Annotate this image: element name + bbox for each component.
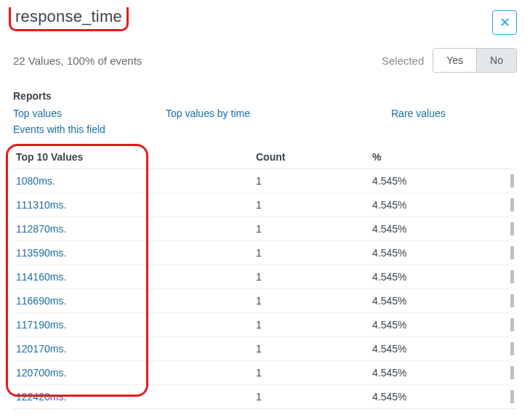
count-cell: 1 xyxy=(253,361,369,385)
bar-fill xyxy=(510,342,514,355)
table-row: 120700ms.14.545% xyxy=(13,361,517,385)
count-cell: 1 xyxy=(253,337,369,361)
close-button[interactable]: ✕ xyxy=(492,10,517,35)
selected-toggle: Yes No xyxy=(433,48,517,73)
count-cell: 1 xyxy=(253,217,369,241)
percent-cell: 4.545% xyxy=(369,241,457,265)
bar-cell xyxy=(457,217,517,241)
bar-fill xyxy=(510,246,514,259)
reports-heading: Reports xyxy=(13,90,517,102)
value-link[interactable]: 111310ms. xyxy=(16,199,66,211)
toggle-yes[interactable]: Yes xyxy=(433,49,476,72)
count-cell: 1 xyxy=(253,289,369,313)
count-cell: 1 xyxy=(253,241,369,265)
value-link[interactable]: 120700ms. xyxy=(16,367,66,379)
count-cell: 1 xyxy=(253,313,369,337)
value-link[interactable]: 122420ms. xyxy=(16,391,66,403)
title-highlight: response_time xyxy=(9,7,129,31)
bar-cell xyxy=(457,169,517,193)
table-row: 1080ms.14.545% xyxy=(13,169,517,193)
values-summary: 22 Values, 100% of events xyxy=(13,54,142,67)
count-cell: 1 xyxy=(253,193,369,217)
table-row: 122420ms.14.545% xyxy=(13,385,517,409)
toggle-no[interactable]: No xyxy=(476,49,516,72)
report-events-with-field[interactable]: Events with this field xyxy=(13,124,105,135)
bar-cell xyxy=(457,337,517,361)
selected-label: Selected xyxy=(382,54,424,67)
bar-fill xyxy=(510,222,514,235)
value-link[interactable]: 120170ms. xyxy=(16,343,66,355)
table-row: 117190ms.14.545% xyxy=(13,313,517,337)
percent-cell: 4.545% xyxy=(369,361,457,385)
table-row: 113590ms.14.545% xyxy=(13,241,517,265)
table-row: 112870ms.14.545% xyxy=(13,217,517,241)
report-top-values-by-time[interactable]: Top values by time xyxy=(166,108,250,119)
bar-cell xyxy=(457,265,517,289)
bar-cell xyxy=(457,289,517,313)
count-cell: 1 xyxy=(253,385,369,409)
percent-cell: 4.545% xyxy=(369,193,457,217)
table-row: 120170ms.14.545% xyxy=(13,337,517,361)
value-link[interactable]: 116690ms. xyxy=(16,295,66,307)
count-cell: 1 xyxy=(253,169,369,193)
bar-cell xyxy=(457,241,517,265)
bar-fill xyxy=(510,294,514,307)
table-row: 114160ms.14.545% xyxy=(13,265,517,289)
value-link[interactable]: 1080ms. xyxy=(16,175,55,187)
report-top-values[interactable]: Top values xyxy=(13,108,62,119)
bar-cell xyxy=(457,193,517,217)
report-rare-values[interactable]: Rare values xyxy=(391,108,446,119)
field-title: response_time xyxy=(15,7,122,25)
percent-cell: 4.545% xyxy=(369,217,457,241)
value-link[interactable]: 112870ms. xyxy=(16,223,66,235)
percent-cell: 4.545% xyxy=(369,289,457,313)
bar-cell xyxy=(457,361,517,385)
col-header-values: Top 10 Values xyxy=(13,147,253,169)
count-cell: 1 xyxy=(253,265,369,289)
table-row: 111310ms.14.545% xyxy=(13,193,517,217)
value-link[interactable]: 113590ms. xyxy=(16,247,66,259)
percent-cell: 4.545% xyxy=(369,313,457,337)
value-link[interactable]: 114160ms. xyxy=(16,271,66,283)
col-header-pct: % xyxy=(369,147,457,169)
top-values-table: Top 10 Values Count % 1080ms.14.545%1113… xyxy=(13,147,517,409)
bar-fill xyxy=(510,390,514,403)
percent-cell: 4.545% xyxy=(369,265,457,289)
col-header-count: Count xyxy=(253,147,369,169)
bar-fill xyxy=(510,366,514,379)
bar-cell xyxy=(457,385,517,409)
bar-fill xyxy=(510,198,514,211)
percent-cell: 4.545% xyxy=(369,169,457,193)
percent-cell: 4.545% xyxy=(369,385,457,409)
bar-fill xyxy=(510,174,514,187)
bar-cell xyxy=(457,313,517,337)
close-icon: ✕ xyxy=(499,15,510,31)
table-row: 116690ms.14.545% xyxy=(13,289,517,313)
value-link[interactable]: 117190ms. xyxy=(16,319,66,331)
bar-fill xyxy=(510,270,514,283)
bar-fill xyxy=(510,318,514,331)
percent-cell: 4.545% xyxy=(369,337,457,361)
